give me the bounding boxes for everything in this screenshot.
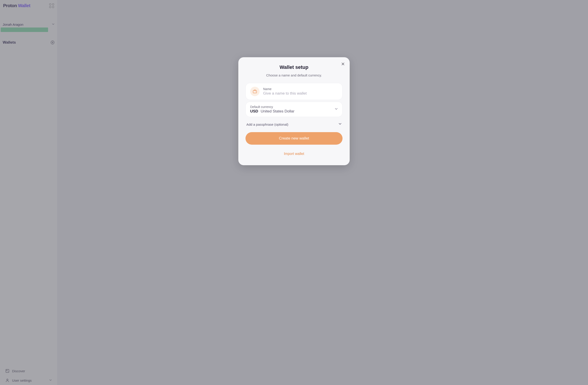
currency-value: USD United States Dollar [250, 109, 338, 114]
close-icon [341, 62, 345, 66]
modal-title: Wallet setup [246, 64, 342, 70]
currency-select[interactable]: Default currency USD United States Dolla… [246, 102, 342, 117]
modal-subtitle: Choose a name and default currency. [246, 73, 342, 77]
passphrase-label: Add a passphrase (optional) [246, 123, 288, 126]
close-button[interactable] [340, 61, 346, 67]
name-field-label: Name [263, 87, 338, 91]
import-wallet-button[interactable]: Import wallet [246, 150, 342, 158]
wallet-name-input[interactable] [263, 91, 338, 96]
svg-rect-5 [253, 90, 257, 93]
wallet-icon [250, 87, 260, 96]
chevron-down-icon [335, 107, 338, 111]
create-wallet-button[interactable]: Create new wallet [246, 132, 342, 145]
name-field-card: Name [246, 83, 342, 100]
modal-overlay[interactable]: Wallet setup Choose a name and default c… [0, 0, 588, 385]
currency-name: United States Dollar [261, 109, 294, 113]
currency-code: USD [250, 109, 258, 113]
currency-field-label: Default currency [250, 105, 338, 109]
wallet-setup-modal: Wallet setup Choose a name and default c… [238, 57, 350, 165]
chevron-down-icon [338, 122, 342, 126]
passphrase-toggle[interactable]: Add a passphrase (optional) [246, 122, 342, 126]
svg-point-6 [255, 92, 256, 92]
